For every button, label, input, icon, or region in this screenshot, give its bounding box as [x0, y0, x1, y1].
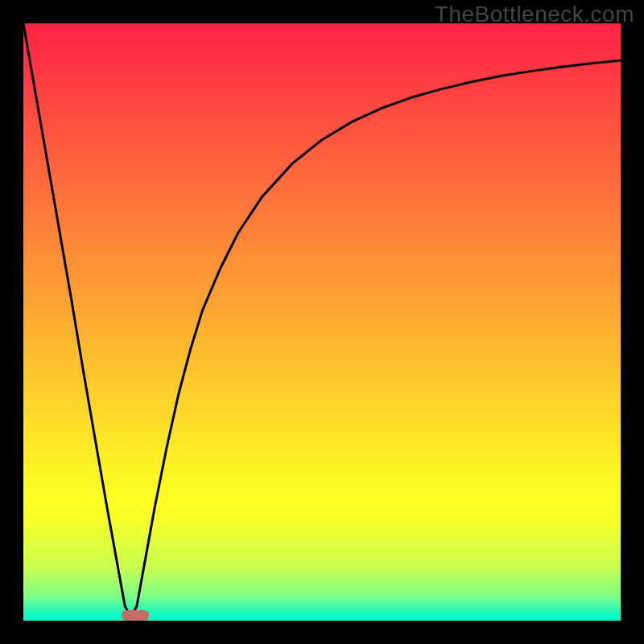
chart-container: TheBottleneck.com: [0, 0, 644, 644]
curve-path: [23, 23, 621, 617]
plot-area: [23, 23, 621, 621]
watermark-text: TheBottleneck.com: [435, 2, 634, 27]
bottleneck-curve: [23, 23, 621, 621]
optimal-range-marker: [122, 610, 148, 621]
